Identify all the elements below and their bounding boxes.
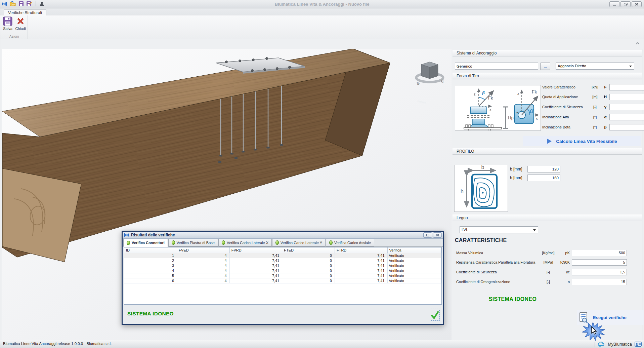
col-header-id[interactable]: ID (124, 247, 177, 253)
valore-caratteristico-input[interactable] (609, 84, 644, 90)
tab-status-dot-icon (172, 240, 175, 245)
chevron-up-icon (636, 42, 640, 45)
hp-label: Hp (508, 115, 514, 120)
field-unit: [Kg/mc] (540, 251, 556, 255)
field-resistenza-caratteristica: Resistenza Caratteristica Parallela alla… (456, 259, 601, 266)
wood-type-dropdown[interactable]: LVL (460, 226, 538, 233)
field-label: Inclinazione Alfa (542, 115, 589, 119)
tab-label: Verifica Carico Assiale (334, 241, 371, 245)
field-unit: [MPa] (540, 260, 556, 264)
col-header-verifica[interactable]: Verifica (387, 247, 441, 253)
field-unit: [°] (589, 125, 601, 129)
ribbon-group-azioni: Salva Chiudi Azioni (0, 15, 28, 39)
ribbon-group-label: Azioni (0, 34, 28, 38)
coeff-omogenizzazione-input[interactable] (572, 279, 627, 285)
results-dialog[interactable]: Risultati delle verifiche Verifica Conne… (122, 231, 444, 325)
save-floppy-icon (3, 16, 12, 26)
table-row[interactable]: 147,4107,41Verificato (124, 253, 441, 258)
axis-x-label-left: x (489, 108, 491, 112)
field-symbol: fc90K (556, 260, 572, 264)
field-label: Inclinazione Beta (542, 125, 589, 129)
tab-verifica-connettori[interactable]: Verifica Connettori (123, 239, 168, 247)
h-dim-label: h (461, 189, 464, 194)
axis-x-label-right: x (536, 116, 538, 120)
close-button[interactable] (632, 1, 642, 7)
restore-button[interactable] (620, 1, 631, 7)
tab-label: Verifica Carico Laterale Y (281, 241, 322, 245)
field-label: Resistenza Caratteristica Parallela alla… (456, 260, 540, 264)
right-panel: Sistema di Ancoraggio ... Aggancio Diret… (452, 49, 643, 340)
close-x-icon (16, 16, 25, 26)
fk-label-left: Fk (488, 95, 493, 101)
dialog-maximize-button[interactable] (423, 232, 432, 238)
cube-front-label: FRONT (417, 100, 426, 105)
b-input[interactable] (527, 166, 560, 172)
navigation-cube[interactable]: S E FRONT RIGHT (416, 49, 444, 105)
application-window: Blumatica Linee Vita & Ancoraggi - Nuovo… (0, 0, 644, 348)
table-row[interactable]: 347,4107,41Verificato (124, 263, 441, 268)
table-row[interactable]: 447,4107,41Verificato (124, 268, 441, 273)
close-file-button[interactable]: Chiudi (14, 16, 27, 34)
dialog-title-bar[interactable]: Risultati delle verifiche (123, 232, 443, 239)
field-label: Valore Caratteristico (542, 85, 589, 89)
calcolo-linea-vita-button[interactable]: Calcolo Linea Vita Flessibile (523, 136, 641, 146)
dropdown-arrow-icon (533, 229, 536, 231)
col-header-fved[interactable]: FVED (177, 247, 230, 253)
anchor-type-dropdown[interactable]: Aggancio Diretto (556, 63, 634, 70)
dialog-close-button[interactable] (433, 232, 442, 238)
collapse-ribbon-button[interactable] (635, 41, 641, 46)
run-checks-icon (579, 312, 588, 323)
tab-label: Verifica Connettori (132, 241, 165, 245)
tab-verifica-piastra-di-base[interactable]: Verifica Piastra di Base (168, 239, 218, 246)
account-badge-icon[interactable] (635, 342, 642, 347)
save-button[interactable]: Salva (2, 16, 14, 34)
table-header-row[interactable]: ID FVED FVRD FTED FTRD Verifica (124, 247, 441, 253)
alpha-label: α (530, 107, 534, 114)
tab-verifiche-strutturali[interactable]: Verifiche Strutturali (4, 9, 46, 16)
status-bar: Blumatica Linee Vita Ancoraggi release 1… (0, 340, 644, 348)
field-unit: [°] (589, 115, 601, 119)
status-separator (595, 342, 595, 347)
tab-verifica-carico-assiale[interactable]: Verifica Carico Assiale (326, 239, 374, 246)
h-input[interactable] (527, 175, 560, 181)
field-symbol: γc (556, 270, 572, 274)
table-row[interactable]: 247,4107,41Verificato (124, 258, 441, 263)
browse-button[interactable]: ... (540, 63, 550, 70)
inclinazione-beta-input[interactable] (609, 124, 644, 130)
tab-verifica-carico-laterale-x[interactable]: Verifica Carico Laterale X (218, 239, 272, 246)
field-coeff-sicurezza-legno: Coefficiente di Sicurezza [-] γc (456, 269, 601, 275)
field-symbol: n (556, 280, 572, 284)
field-symbol: F (601, 85, 609, 89)
coeff-sicurezza-legno-input[interactable] (572, 269, 627, 275)
col-header-ftrd[interactable]: FTRD (335, 247, 387, 253)
col-header-fvrd[interactable]: FVRD (229, 247, 282, 253)
results-table[interactable]: ID FVED FVRD FTED FTRD Verifica 147,4107… (124, 247, 442, 305)
verification-passed-indicator[interactable] (430, 309, 440, 321)
dialog-footer: SISTEMA IDONEO (123, 305, 443, 324)
col-header-fted[interactable]: FTED (282, 247, 335, 253)
caratteristiche-heading: CARATTERISTICHE (455, 237, 507, 243)
coeff-sicurezza-input[interactable] (609, 104, 644, 110)
quota-applicazione-input[interactable] (609, 94, 644, 100)
field-unit: [-] (589, 105, 601, 109)
field-symbol: pK (556, 251, 572, 255)
fk-label-right: Fk (532, 89, 538, 94)
section-header-forza-di-tiro: Forza di Tiro (453, 73, 642, 79)
table-row[interactable]: 547,4107,41Verificato (124, 273, 441, 278)
field-label: Coefficiente di Sicurezza (542, 105, 589, 109)
minimize-button[interactable] (609, 1, 619, 7)
myblumatica-link[interactable]: MyBlumatica (608, 342, 632, 347)
field-label: Coefficiente di Sicurezza (456, 270, 540, 274)
table-row[interactable]: 647,4107,41Verificato (124, 278, 441, 283)
massa-volumica-input[interactable] (572, 250, 627, 256)
tab-verifica-carico-laterale-y[interactable]: Verifica Carico Laterale Y (272, 239, 326, 246)
field-label: Massa Volumica (456, 251, 540, 255)
resistenza-input[interactable] (572, 259, 627, 266)
beam-end-face-left (2, 168, 81, 262)
field-b: b [mm] (510, 166, 560, 172)
field-coeff-omogenizzazione: Coefficiente di Omogenizzazione [-] n (456, 278, 601, 285)
ribbon-tab-row: Verifiche Strutturali (0, 8, 644, 15)
inclinazione-alfa-input[interactable] (609, 114, 644, 120)
anchor-name-input[interactable] (455, 63, 538, 70)
axis-z-label: z (474, 92, 476, 96)
